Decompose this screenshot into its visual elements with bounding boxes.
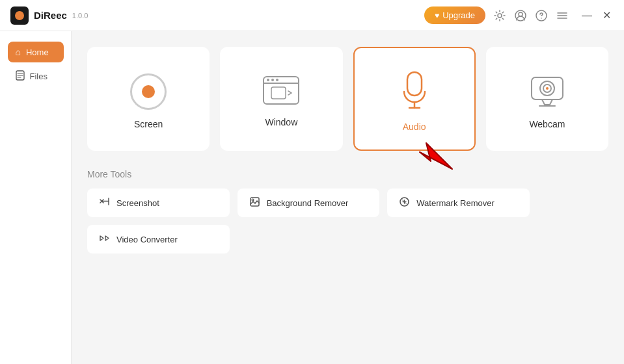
svg-point-4 <box>541 18 542 19</box>
more-tools-title: More Tools <box>87 169 608 179</box>
svg-point-16 <box>276 79 278 81</box>
screen-label: Screen <box>134 119 163 129</box>
svg-rect-17 <box>271 87 286 99</box>
watermark-remover-button[interactable]: Watermark Remover <box>387 188 530 217</box>
heart-icon: ♥ <box>435 11 439 20</box>
screen-tool-card[interactable]: Screen <box>87 47 210 151</box>
close-button[interactable]: ✕ <box>600 8 614 23</box>
svg-point-14 <box>267 79 269 81</box>
more-tools-grid: Screenshot Background Remover <box>87 188 530 217</box>
app-body: ⌂ Home Files Screen <box>0 31 624 364</box>
title-bar: DiReec 1.0.0 ♥ Upgrade <box>0 0 624 31</box>
webcam-icon <box>529 73 565 110</box>
background-remover-button[interactable]: Background Remover <box>237 188 380 217</box>
sidebar-files-label: Files <box>30 72 47 81</box>
window-tool-card[interactable]: Window <box>220 47 342 151</box>
background-remover-icon <box>249 196 260 209</box>
app-name: DiReec <box>34 10 67 21</box>
sidebar-home-label: Home <box>26 47 49 57</box>
watermark-remover-icon <box>399 196 410 209</box>
tool-cards: Screen Window <box>87 47 608 151</box>
screenshot-icon <box>99 196 110 209</box>
more-tools-grid-bottom: Video Converter <box>87 225 530 254</box>
window-label: Window <box>265 117 297 127</box>
home-icon: ⌂ <box>16 47 21 57</box>
screenshot-label: Screenshot <box>116 198 159 208</box>
profile-icon[interactable] <box>514 9 527 22</box>
window-icon <box>262 75 300 108</box>
title-bar-left: DiReec 1.0.0 <box>10 6 88 25</box>
app-logo-inner <box>15 11 24 20</box>
upgrade-button[interactable]: ♥ Upgrade <box>424 6 485 24</box>
svg-point-2 <box>519 12 522 16</box>
upgrade-label: Upgrade <box>442 10 475 20</box>
sidebar-item-home[interactable]: ⌂ Home <box>8 42 64 62</box>
video-converter-icon <box>99 233 110 246</box>
svg-rect-18 <box>407 72 422 96</box>
screen-icon <box>130 73 167 110</box>
svg-point-0 <box>498 14 502 18</box>
audio-icon <box>399 71 430 112</box>
more-tools-section: More Tools Screenshot <box>87 169 608 254</box>
files-icon <box>16 70 25 83</box>
screenshot-button[interactable]: Screenshot <box>87 188 230 217</box>
background-remover-label: Background Remover <box>267 198 349 208</box>
svg-point-15 <box>271 79 274 81</box>
svg-point-31 <box>252 199 254 201</box>
help-icon[interactable] <box>535 9 548 22</box>
video-converter-label: Video Converter <box>116 235 178 244</box>
app-version: 1.0.0 <box>72 12 88 20</box>
watermark-remover-label: Watermark Remover <box>416 198 494 208</box>
window-controls: — ✕ <box>579 8 614 23</box>
settings-icon[interactable] <box>493 9 506 22</box>
app-logo <box>10 6 29 25</box>
webcam-label: Webcam <box>529 119 565 129</box>
sidebar: ⌂ Home Files <box>0 31 72 364</box>
video-converter-button[interactable]: Video Converter <box>87 225 230 254</box>
main-content: Screen Window <box>72 31 624 364</box>
title-bar-right: ♥ Upgrade <box>424 6 614 24</box>
webcam-tool-card[interactable]: Webcam <box>486 47 608 151</box>
menu-icon[interactable] <box>556 9 569 22</box>
audio-tool-card[interactable]: Audio <box>353 47 476 151</box>
screen-icon-inner <box>142 85 155 98</box>
minimize-button[interactable]: — <box>579 8 595 23</box>
audio-label: Audio <box>403 122 426 132</box>
sidebar-item-files[interactable]: Files <box>8 65 64 88</box>
svg-point-24 <box>546 87 549 90</box>
